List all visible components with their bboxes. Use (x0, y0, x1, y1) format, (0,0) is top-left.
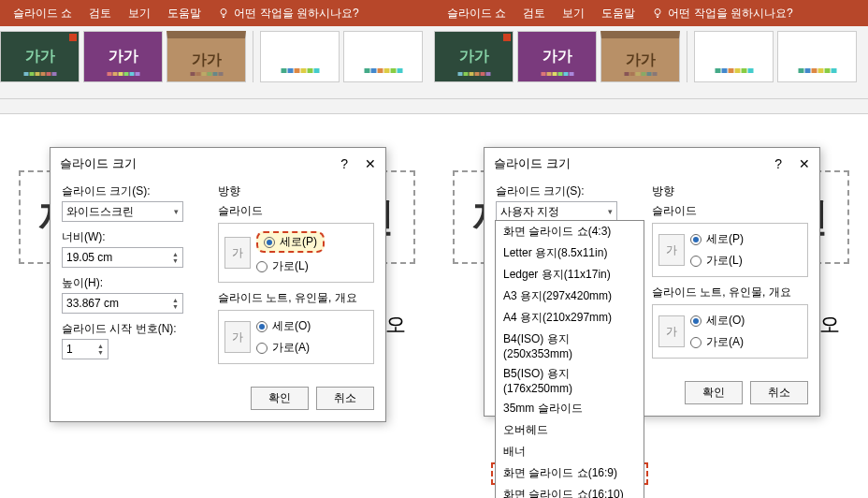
theme-text: 가가 (459, 47, 489, 66)
ribbon-tab-slideshow[interactable]: 슬라이드 쇼 (13, 6, 72, 22)
slide-portrait-radio[interactable]: 세로(P) (690, 231, 744, 247)
ribbon-tell-me[interactable]: 어떤 작업을 원하시나요? (218, 6, 358, 22)
size-option[interactable]: B4(ISO) 용지(250x353mm) (496, 329, 644, 363)
dialog-close-button[interactable]: ✕ (365, 156, 376, 171)
notes-orientation-group: 가 세로(O) 가로(A) (218, 310, 374, 364)
size-option[interactable]: Ledger 용지(11x17in) (496, 264, 644, 286)
size-option[interactable]: A4 용지(210x297mm) (496, 307, 644, 329)
size-option[interactable]: A3 용지(297x420mm) (496, 286, 644, 307)
ribbon-tab-slideshow[interactable]: 슬라이드 쇼 (447, 6, 506, 22)
spinner-arrows-icon[interactable]: ▲▼ (172, 251, 179, 264)
variant-thumb-2[interactable] (343, 31, 423, 82)
ribbon-tab-view[interactable]: 보기 (562, 6, 585, 22)
theme-thumb-3[interactable]: 가가 (600, 31, 680, 82)
variant-thumb-2[interactable] (777, 31, 857, 82)
size-option[interactable]: B5(ISO) 용지(176x250mm) (496, 363, 644, 398)
size-dropdown-list[interactable]: 화면 슬라이드 쇼(4:3) Letter 용지(8.5x11in) Ledge… (495, 220, 644, 498)
radio-label: 세로(P) (280, 234, 317, 250)
gallery-separator (253, 31, 253, 82)
size-option[interactable]: 화면 슬라이드 쇼(16:10) (496, 484, 644, 498)
orientation-preview-icon: 가 (224, 321, 251, 353)
ribbon-lower-border (434, 99, 868, 114)
slide-portrait-radio[interactable]: 세로(P) (256, 231, 325, 253)
size-option[interactable]: 35mm 슬라이드 (496, 398, 644, 419)
theme-thumb-1[interactable]: 가가 (0, 31, 80, 82)
start-number-spinner[interactable]: 1 ▲▼ (62, 339, 108, 359)
theme-text: 가가 (25, 47, 55, 66)
theme-thumb-3[interactable]: 가가 (166, 31, 246, 82)
ribbon-tab-review[interactable]: 검토 (523, 6, 545, 22)
ribbon-tell-me[interactable]: 어떤 작업을 원하시나요? (652, 6, 792, 22)
width-spinner[interactable]: 19.05 cm ▲▼ (62, 247, 183, 268)
slide-orientation-group: 가 세로(P) 가로(L) (218, 223, 374, 283)
size-option[interactable]: 화면 슬라이드 쇼(4:3) (496, 221, 644, 242)
size-option[interactable]: 화면 슬라이드 쇼(16:9) (496, 462, 644, 484)
width-label: 너비(W): (62, 229, 207, 245)
notes-orientation-group: 가 세로(O) 가로(A) (652, 304, 808, 359)
size-option[interactable]: 배너 (496, 441, 644, 462)
ribbon-lower-border (0, 99, 434, 114)
cancel-button[interactable]: 취소 (750, 381, 808, 404)
variant-thumb-1[interactable] (694, 31, 774, 82)
variant-thumb-1[interactable] (260, 31, 340, 82)
dialog-title-text: 슬라이드 크기 (494, 155, 571, 172)
tell-me-text: 어떤 작업을 원하시나요? (668, 6, 792, 22)
left-pane: 슬라이드 쇼 검토 보기 도움말 어떤 작업을 원하시나요? 가가 가가 가가 … (0, 0, 434, 498)
svg-point-1 (655, 9, 660, 15)
notes-subtitle: 슬라이드 노트, 유인물, 개요 (652, 285, 808, 300)
ribbon-tab-review[interactable]: 검토 (89, 6, 111, 22)
ribbon-tab-help[interactable]: 도움말 (601, 6, 635, 22)
cancel-button[interactable]: 취소 (316, 387, 374, 410)
height-spinner[interactable]: 33.867 cm ▲▼ (62, 293, 183, 314)
slide-landscape-radio[interactable]: 가로(L) (690, 253, 744, 269)
radio-label: 가로(L) (706, 253, 743, 269)
slide-size-dialog: 슬라이드 크기 ? ✕ 슬라이드 크기(S): 와이드스크린 ▾ 너비(W): (50, 147, 386, 422)
spinner-arrows-icon[interactable]: ▲▼ (97, 343, 104, 356)
radio-label: 가로(L) (272, 258, 309, 274)
slide-landscape-radio[interactable]: 가로(L) (256, 258, 325, 274)
notes-landscape-radio[interactable]: 가로(A) (690, 334, 745, 350)
dialog-help-button[interactable]: ? (774, 156, 782, 171)
radio-off-icon (256, 343, 268, 354)
theme-text: 가가 (626, 51, 656, 70)
dialog-titlebar: 슬라이드 크기 ? ✕ (485, 148, 819, 180)
theme-thumb-2[interactable]: 가가 (517, 31, 597, 82)
start-number-value: 1 (66, 343, 73, 356)
size-label: 슬라이드 크기(S): (62, 183, 207, 199)
theme-badge-icon (69, 34, 77, 41)
lightbulb-icon (652, 7, 663, 19)
size-select[interactable]: 와이드스크린 ▾ (62, 201, 183, 222)
radio-label: 세로(P) (706, 231, 744, 247)
slide-subtitle: 슬라이드 (652, 203, 808, 219)
direction-title: 방향 (652, 183, 808, 199)
radio-off-icon (690, 256, 702, 267)
ribbon-tab-help[interactable]: 도움말 (167, 6, 201, 22)
ribbon-tab-view[interactable]: 보기 (128, 6, 151, 22)
gallery-separator (687, 31, 687, 82)
dialog-close-button[interactable]: ✕ (799, 156, 810, 171)
size-option[interactable]: 오버헤드 (496, 419, 644, 441)
dialog-help-button[interactable]: ? (340, 156, 348, 171)
theme-badge-icon (503, 34, 511, 41)
right-pane: 슬라이드 쇼 검토 보기 도움말 어떤 작업을 원하시나요? 가가 가가 가가 … (434, 0, 868, 498)
size-option[interactable]: Letter 용지(8.5x11in) (496, 242, 644, 264)
size-select[interactable]: 사용자 지정 ▾ (496, 201, 617, 222)
spinner-arrows-icon[interactable]: ▲▼ (172, 297, 179, 310)
slide-orientation-group: 가 세로(P) 가로(L) (652, 223, 808, 277)
dialog-title-text: 슬라이드 크기 (60, 155, 137, 172)
notes-portrait-radio[interactable]: 세로(O) (690, 313, 745, 329)
ok-button[interactable]: 확인 (251, 387, 309, 410)
lightbulb-icon (218, 7, 229, 19)
notes-portrait-radio[interactable]: 세로(O) (256, 318, 311, 334)
ok-button[interactable]: 확인 (685, 381, 743, 404)
theme-thumb-1[interactable]: 가가 (434, 31, 514, 82)
theme-text: 가가 (542, 47, 572, 66)
ribbon-bar: 슬라이드 쇼 검토 보기 도움말 어떤 작업을 원하시나요? (434, 0, 868, 26)
theme-thumb-2[interactable]: 가가 (83, 31, 163, 82)
direction-title: 방향 (218, 183, 374, 199)
notes-landscape-radio[interactable]: 가로(A) (256, 340, 311, 356)
orientation-preview-icon: 가 (224, 237, 251, 269)
theme-gallery: 가가 가가 가가 (434, 26, 868, 99)
start-number-label: 슬라이드 시작 번호(N): (62, 321, 207, 337)
orientation-preview-icon: 가 (658, 234, 685, 266)
